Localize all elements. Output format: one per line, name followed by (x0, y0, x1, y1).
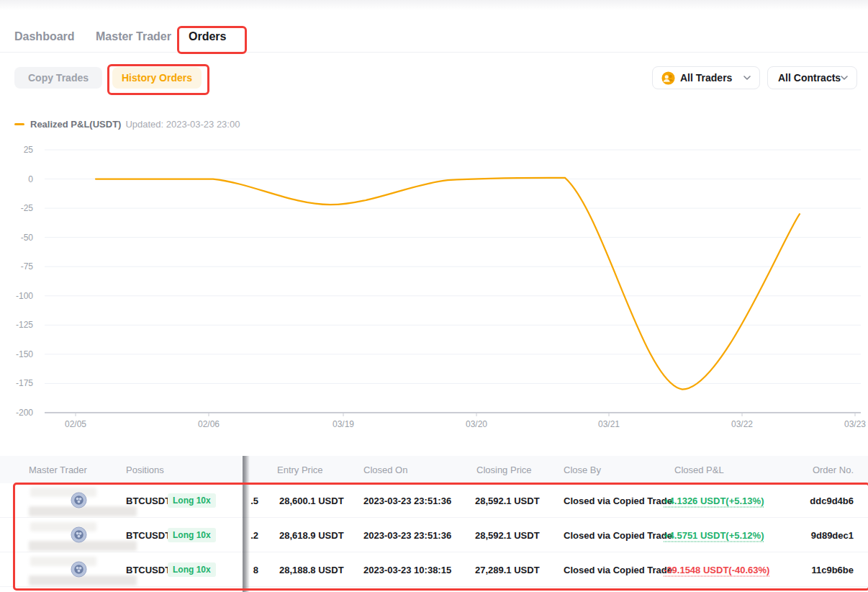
x-axis-tick-label: 03/19 (333, 419, 354, 429)
y-axis-tick-label: -175 (16, 378, 33, 388)
side-leverage-badge: Long 10x (168, 493, 216, 508)
closed-pnl-value[interactable]: +4.5751 USDT(+5.12%) (664, 529, 764, 542)
chevron-down-icon (841, 76, 848, 80)
symbol: BTCUSDT (126, 564, 171, 575)
table-row[interactable]: BTCUSDT Long 10x 8 28,188.8 USDT 2023-03… (0, 552, 868, 587)
table-header-row: Master Trader Positions Entry Price Clos… (0, 456, 868, 483)
x-axis-tick-label: 02/05 (65, 419, 86, 429)
col-header-close-by: Close By (564, 465, 601, 475)
y-axis-tick-label: 0 (28, 174, 33, 184)
closed-on: 2023-03-23 23:51:36 (363, 529, 451, 540)
chart-legend[interactable]: Realized P&L(USDT) Updated: 2023-03-23 2… (14, 119, 240, 130)
subtab-copy-trades[interactable]: Copy Trades (14, 67, 102, 89)
pnl-series-line (96, 178, 800, 390)
closed-pnl-value[interactable]: +4.1326 USDT(+5.13%) (664, 495, 764, 507)
legend-updated-timestamp: Updated: 2023-03-23 23:00 (125, 119, 240, 130)
table-row[interactable]: BTCUSDT Long 10x .5 28,600.1 USDT 2023-0… (0, 483, 868, 518)
order-no: ddc9d4b6 (810, 495, 854, 506)
subtab-history-orders[interactable]: History Orders (112, 67, 202, 89)
y-axis-tick-label: -150 (16, 349, 33, 359)
x-axis-tick-label: 03/21 (598, 419, 620, 429)
closed-on: 2023-03-23 23:51:36 (363, 495, 451, 506)
symbol: BTCUSDT (126, 495, 171, 506)
col-header-entry-price: Entry Price (277, 465, 323, 475)
closed-pnl: -39.1548 USDT(-40.63%) (664, 564, 769, 575)
entry-price: 28,618.9 USDT (279, 529, 344, 540)
col-header-closing-price: Closing Price (476, 465, 532, 475)
trader-badge-icon (71, 561, 87, 578)
y-axis-tick-label: -100 (16, 291, 33, 301)
closing-price: 27,289.1 USDT (475, 564, 540, 575)
close-by: Closed via Copied Trade (564, 529, 672, 540)
closing-price: 28,592.1 USDT (475, 529, 540, 540)
chevron-down-icon (743, 76, 751, 80)
traders-icon (661, 71, 675, 85)
side-leverage-badge: Long 10x (168, 562, 216, 577)
table-row[interactable]: BTCUSDT Long 10x .2 28,618.9 USDT 2023-0… (0, 518, 868, 552)
tab-orders[interactable]: Orders (189, 30, 226, 43)
all-contracts-dropdown[interactable]: All Contracts (767, 66, 857, 89)
closed-pnl-value[interactable]: -39.1548 USDT(-40.63%) (664, 564, 769, 576)
x-axis-tick-label: 03/20 (466, 419, 487, 429)
col-header-master-trader: Master Trader (29, 465, 87, 475)
x-axis-tick-label: 03/23 (844, 419, 866, 429)
closed-pnl: +4.1326 USDT(+5.13%) (664, 495, 764, 506)
closed-on: 2023-03-23 10:38:15 (363, 564, 451, 575)
closed-pnl: +4.5751 USDT(+5.12%) (664, 529, 764, 540)
y-axis-tick-label: -75 (21, 261, 34, 272)
close-by: Closed via Copied Trade (564, 564, 672, 575)
copy-trading-page: Dashboard Master Trader Orders Copy Trad… (0, 0, 868, 592)
side-leverage-badge: Long 10x (168, 528, 216, 542)
y-axis-tick-label: -125 (16, 320, 33, 330)
entry-price: 28,188.8 USDT (279, 564, 344, 575)
trader-badge-icon (71, 526, 87, 543)
close-by: Closed via Copied Trade (564, 495, 672, 506)
x-axis-tick-label: 03/22 (731, 419, 753, 429)
col-header-positions: Positions (126, 465, 164, 475)
col-header-closed-on: Closed On (363, 465, 407, 475)
tab-master-trader[interactable]: Master Trader (96, 30, 171, 43)
active-tab-underline (188, 52, 224, 54)
legend-line-swatch (14, 123, 24, 125)
col-header-order-no: Order No. (813, 465, 854, 475)
page-top-gradient (0, 0, 868, 10)
order-no: 11c9b6be (811, 564, 854, 575)
all-contracts-label: All Contracts (778, 72, 841, 84)
entry-price: 28,600.1 USDT (279, 495, 344, 506)
y-axis-tick-label: -200 (16, 408, 33, 418)
y-axis-tick-label: 25 (24, 145, 34, 155)
trader-badge-icon (71, 492, 87, 508)
realized-pnl-line-chart: 250-25-50-75-100-125-150-175-20002/0502/… (0, 140, 868, 436)
all-traders-dropdown[interactable]: All Traders (652, 66, 760, 89)
symbol: BTCUSDT (126, 529, 171, 540)
nav-divider (0, 52, 868, 53)
y-axis-tick-label: -50 (21, 233, 34, 243)
legend-series-label: Realized P&L(USDT) (30, 119, 121, 130)
closing-price: 28,592.1 USDT (475, 495, 540, 506)
y-axis-tick-label: -25 (21, 203, 34, 213)
col-header-closed-pnl: Closed P&L (674, 465, 724, 475)
x-axis-tick-label: 02/06 (198, 419, 220, 429)
all-traders-label: All Traders (680, 72, 732, 84)
order-no: 9d89dec1 (811, 529, 854, 540)
fixed-column-scroll-shadow (243, 456, 250, 592)
history-orders-table: Master Trader Positions Entry Price Clos… (0, 456, 868, 587)
tab-dashboard[interactable]: Dashboard (14, 30, 75, 43)
